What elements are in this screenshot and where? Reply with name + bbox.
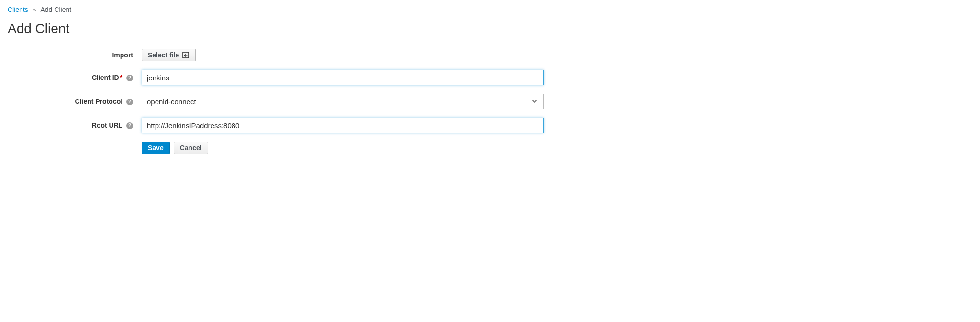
client-protocol-label: Client Protocol ? [8, 98, 142, 105]
select-file-button[interactable]: Select file [142, 49, 196, 61]
import-icon [182, 51, 189, 59]
root-url-label: Root URL ? [8, 122, 142, 129]
breadcrumb-link-clients[interactable]: Clients [8, 6, 28, 13]
client-protocol-select[interactable]: openid-connect [142, 94, 544, 109]
import-label: Import [8, 51, 142, 59]
help-icon[interactable]: ? [126, 122, 133, 129]
select-file-button-label: Select file [148, 51, 179, 59]
breadcrumb-separator-icon: » [33, 7, 36, 13]
add-client-form: Import Select file Client ID* ? Client [8, 49, 544, 154]
client-id-input[interactable] [142, 70, 544, 85]
breadcrumb-current: Add Client [41, 6, 72, 13]
help-icon[interactable]: ? [126, 75, 133, 81]
save-button[interactable]: Save [142, 142, 170, 154]
breadcrumb: Clients » Add Client [8, 6, 972, 13]
page-title: Add Client [8, 21, 972, 36]
root-url-input[interactable] [142, 118, 544, 133]
cancel-button[interactable]: Cancel [174, 142, 208, 154]
client-id-label: Client ID* ? [8, 74, 142, 81]
required-star: * [120, 74, 122, 81]
help-icon[interactable]: ? [126, 99, 133, 105]
